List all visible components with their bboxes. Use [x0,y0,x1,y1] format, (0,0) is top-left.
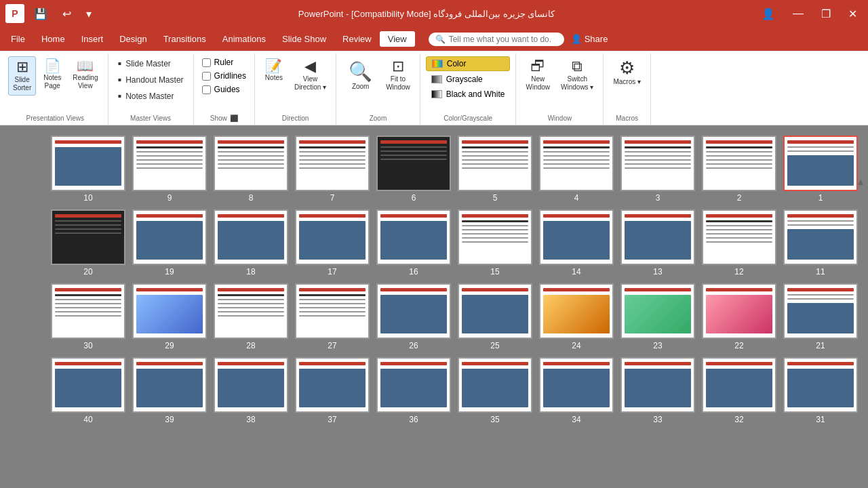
slide-item-4[interactable]: 4 [539,136,614,203]
show-dialog-icon[interactable]: ⬛ [230,115,238,122]
minimize-button[interactable]: — [787,6,809,21]
slide-item-14[interactable]: 14 [539,209,614,277]
slide-item-20[interactable]: 20 [51,209,125,277]
ruler-checkbox[interactable]: Ruler [199,56,249,68]
black-white-button[interactable]: Black and White [426,87,511,101]
slide-item-25[interactable]: 25 [458,283,532,350]
view-direction-button[interactable]: ◀ ViewDirection ▾ [290,56,330,94]
gridlines-check-input[interactable] [202,72,211,81]
menu-insert[interactable]: Insert [73,31,112,47]
slide-number-25: 25 [490,341,499,350]
menu-design[interactable]: Design [111,31,155,47]
slide-item-7[interactable]: 7 [295,136,370,203]
slide-thumb-29 [132,283,207,339]
slide-item-22[interactable]: 22 [702,283,776,350]
slide-item-33[interactable]: 33 [620,357,695,424]
notes-master-button[interactable]: ▪ Notes Master [114,89,188,104]
reading-view-button[interactable]: 📖 ReadingView [68,56,102,93]
notes-page-button[interactable]: 📄 NotesPage [39,56,66,93]
slide-item-23[interactable]: 23 [620,283,695,350]
macros-button[interactable]: ⚙ Macros ▾ [609,56,645,89]
slide-master-button[interactable]: ▪ Slide Master [114,56,188,71]
slide-item-21[interactable]: 21 [783,283,858,350]
slide-item-5[interactable]: 5 [458,136,532,203]
guides-checkbox[interactable]: Guides [199,83,249,96]
slide-item-29[interactable]: 29 [132,283,207,350]
menu-slideshow[interactable]: Slide Show [274,31,334,47]
window-controls: 👤 — ❐ ✕ [756,6,863,22]
slide-item-18[interactable]: 18 [214,209,288,277]
slide-item-27[interactable]: 27 [295,283,370,350]
slide-content-12 [703,211,775,264]
slide-content-39 [134,359,205,411]
slide-number-10: 10 [83,193,92,203]
zoom-label: Zoom [370,112,387,122]
menu-file[interactable]: File [3,31,33,47]
search-input[interactable] [449,35,551,44]
ribbon-group-window: 🗗 NewWindow ⧉ SwitchWindows ▾ Window [516,54,604,125]
slide-item-13[interactable]: 13 [620,209,695,277]
zoom-button[interactable]: 🔍 Zoom [342,56,379,94]
ruler-check-input[interactable] [202,58,211,67]
slide-thumb-37 [295,357,370,413]
macros-icon: ⚙ [619,59,635,77]
slide-item-1[interactable]: 1 [783,136,858,203]
slide-content-26 [378,285,450,338]
slide-item-8[interactable]: 8 [214,136,288,203]
slide-item-17[interactable]: 17 [295,209,370,277]
menu-home[interactable]: Home [33,31,73,47]
account-icon[interactable]: 👤 [756,6,781,22]
slide-item-19[interactable]: 19 [132,209,207,277]
menu-transitions[interactable]: Transitions [155,31,214,47]
slide-item-40[interactable]: 40 [51,357,125,424]
slide-item-12[interactable]: 12 [702,209,776,277]
slide-item-26[interactable]: 26 [376,283,451,350]
slide-number-6: 6 [412,193,416,203]
menu-animations[interactable]: Animations [214,31,274,47]
slide-item-10[interactable]: 10 [51,136,125,203]
handout-master-button[interactable]: ▪ Handout Master [114,73,188,87]
gridlines-checkbox[interactable]: Gridlines [199,70,249,82]
notes-icon: 📝 [265,59,282,73]
slide-item-28[interactable]: 28 [214,283,288,350]
new-window-button[interactable]: 🗗 NewWindow [521,56,554,94]
slide-item-35[interactable]: 35 [458,357,532,424]
slide-item-11[interactable]: 11 [783,209,858,277]
grayscale-button[interactable]: Grayscale [426,73,511,86]
slide-item-30[interactable]: 30 [51,283,125,350]
slide-item-38[interactable]: 38 [214,357,288,424]
slide-item-31[interactable]: 31 [783,357,858,424]
grayscale-swatch [431,75,442,83]
slide-item-37[interactable]: 37 [295,357,370,424]
slide-content-23 [622,285,694,338]
color-button[interactable]: Color [426,56,511,71]
slide-item-3[interactable]: 3 [620,136,695,203]
guides-check-input[interactable] [202,85,211,94]
slide-sorter-button[interactable]: ⊞ SlideSorter [8,56,36,96]
slide-item-32[interactable]: 32 [702,357,776,424]
close-button[interactable]: ✕ [843,6,863,22]
slide-item-15[interactable]: 15 [458,209,532,277]
slide-item-9[interactable]: 9 [132,136,207,203]
notes-button[interactable]: 📝 Notes [260,56,288,85]
share-icon: 👤 [571,34,582,44]
share-button[interactable]: 👤 Share [571,34,608,44]
slide-item-36[interactable]: 36 [376,357,451,424]
restore-button[interactable]: ❐ [816,6,836,22]
dropdown-button[interactable]: ▾ [81,6,97,22]
menu-review[interactable]: Review [334,31,380,47]
quick-save-button[interactable]: 💾 [28,6,53,22]
slide-thumb-15 [458,209,532,265]
slide-item-2[interactable]: 2 [702,136,776,203]
fit-to-window-button[interactable]: ⊡ Fit toWindow [382,56,414,94]
switch-windows-button[interactable]: ⧉ SwitchWindows ▾ [557,56,597,94]
menu-view[interactable]: View [380,31,415,47]
slide-item-6[interactable]: 6 [376,136,451,203]
slide-content-38 [215,359,287,411]
slide-item-39[interactable]: 39 [132,357,207,424]
slide-item-34[interactable]: 34 [539,357,614,424]
slide-thumb-28 [214,283,288,339]
slide-item-16[interactable]: 16 [376,209,451,277]
undo-button[interactable]: ↩ [57,6,77,22]
slide-item-24[interactable]: 24 [539,283,614,350]
